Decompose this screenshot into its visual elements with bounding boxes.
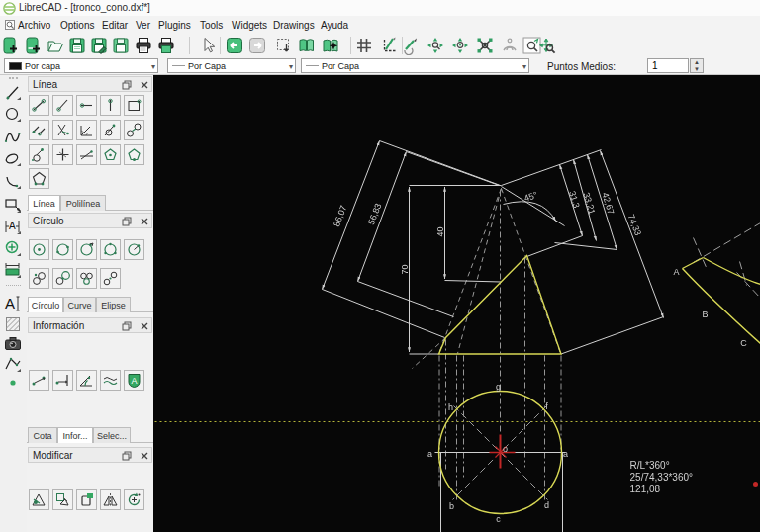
svg-text:40: 40 — [435, 227, 445, 237]
svg-text:31,3: 31,3 — [567, 190, 582, 210]
svg-text:c: c — [496, 514, 501, 524]
svg-text:A: A — [674, 267, 680, 277]
svg-text:g: g — [496, 382, 501, 392]
svg-text:86,07: 86,07 — [332, 204, 348, 228]
svg-text:C: C — [740, 338, 747, 348]
svg-text:a: a — [428, 449, 432, 459]
svg-text:70: 70 — [400, 265, 410, 275]
svg-text:33,21: 33,21 — [581, 191, 597, 215]
svg-text:A: A — [9, 221, 16, 231]
svg-text:B: B — [703, 310, 709, 319]
svg-text:a: a — [563, 449, 568, 459]
svg-text:b: b — [449, 501, 454, 511]
svg-text:A: A — [5, 295, 15, 311]
svg-text:f: f — [545, 401, 548, 411]
svg-text:56,83: 56,83 — [366, 202, 383, 226]
svg-text:o: o — [503, 444, 508, 454]
svg-text:A: A — [132, 376, 138, 386]
svg-text:121,08: 121,08 — [630, 484, 661, 494]
svg-text:d: d — [544, 500, 549, 510]
svg-text:h: h — [448, 402, 453, 412]
svg-text:45°: 45° — [522, 190, 539, 204]
svg-text:25/74,33*360°: 25/74,33*360° — [630, 472, 694, 483]
svg-text:R/L*360°: R/L*360° — [630, 460, 670, 471]
